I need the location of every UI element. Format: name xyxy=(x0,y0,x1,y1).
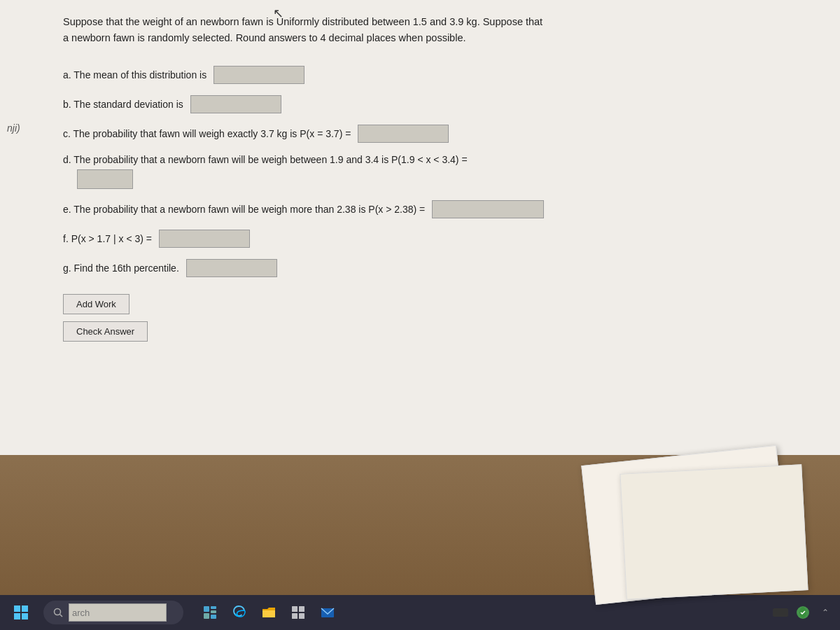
explorer-icon xyxy=(261,605,276,620)
part-b-label: b. The standard deviation is xyxy=(63,99,183,110)
part-d-wrapper: d. The probability that a newborn fawn w… xyxy=(63,154,819,189)
part-a-label: a. The mean of this distribution is xyxy=(63,69,206,80)
part-c-row: c. The probability that fawn will weigh … xyxy=(63,125,819,143)
windows-taskbar: DELL ⌃ xyxy=(0,595,840,630)
intro-line1: Suppose that the weight of an newborn fa… xyxy=(63,16,542,27)
widgets-icon-btn[interactable] xyxy=(199,601,221,624)
part-d-input[interactable] xyxy=(77,169,133,189)
svg-rect-3 xyxy=(22,613,28,620)
part-g-row: g. Find the 16th percentile. xyxy=(63,259,819,277)
svg-rect-9 xyxy=(204,613,209,619)
intro-text: Suppose that the weight of an newborn fa… xyxy=(63,14,637,46)
svg-rect-13 xyxy=(292,613,298,619)
svg-point-4 xyxy=(55,609,61,615)
svg-rect-14 xyxy=(299,613,304,619)
svg-line-5 xyxy=(60,615,63,617)
mail-icon xyxy=(320,605,335,620)
grid-icon-btn[interactable] xyxy=(287,601,309,624)
part-c-input[interactable] xyxy=(358,125,449,143)
buttons-area: Add Work Check Answer xyxy=(63,294,819,342)
part-f-label: f. P(x > 1.7 | x < 3) = xyxy=(63,233,152,244)
svg-rect-10 xyxy=(211,615,216,619)
svg-rect-0 xyxy=(14,606,20,612)
margin-label: nji) xyxy=(7,122,20,134)
security-icon-btn[interactable] xyxy=(795,605,811,620)
security-icon xyxy=(795,605,811,620)
grid-icon xyxy=(290,605,306,620)
svg-rect-1 xyxy=(22,606,28,612)
svg-rect-12 xyxy=(299,606,304,612)
part-g-label: g. Find the 16th percentile. xyxy=(63,262,179,274)
check-answer-button[interactable]: Check Answer xyxy=(63,321,148,342)
widgets-icon xyxy=(202,605,218,620)
svg-rect-6 xyxy=(204,606,209,612)
paper-corner-2 xyxy=(620,464,808,599)
svg-rect-16 xyxy=(773,608,788,617)
svg-rect-8 xyxy=(211,610,216,613)
part-e-input[interactable] xyxy=(432,200,544,218)
part-g-input[interactable] xyxy=(186,259,277,277)
part-b-row: b. The standard deviation is xyxy=(63,95,819,113)
part-f-input[interactable] xyxy=(159,230,250,248)
part-b-input[interactable] xyxy=(190,95,281,113)
taskbar-icons xyxy=(199,601,339,624)
part-c-label: c. The probability that fawn will weigh … xyxy=(63,128,351,139)
edge-icon-btn[interactable] xyxy=(228,601,251,624)
svg-rect-11 xyxy=(292,606,298,612)
svg-rect-7 xyxy=(211,606,216,609)
dell-icon[interactable]: DELL xyxy=(773,605,788,620)
svg-rect-2 xyxy=(14,613,20,620)
system-tray: DELL ⌃ xyxy=(773,605,833,620)
part-a-row: a. The mean of this distribution is xyxy=(63,66,819,84)
part-d-label: d. The probability that a newborn fawn w… xyxy=(63,154,819,165)
add-work-button[interactable]: Add Work xyxy=(63,294,130,314)
intro-line2: a newborn fawn is randomly selected. Rou… xyxy=(63,32,465,43)
search-icon xyxy=(53,608,63,617)
mail-icon-btn[interactable] xyxy=(316,601,339,624)
windows-search-input[interactable] xyxy=(69,603,167,622)
part-a-input[interactable] xyxy=(214,66,304,84)
search-bar[interactable] xyxy=(43,601,183,624)
tray-expand-btn[interactable]: ⌃ xyxy=(818,605,833,620)
edge-icon xyxy=(232,605,247,620)
part-e-label: e. The probability that a newborn fawn w… xyxy=(63,204,425,215)
windows-start-button[interactable] xyxy=(7,598,35,626)
part-e-row: e. The probability that a newborn fawn w… xyxy=(63,200,819,218)
explorer-icon-btn[interactable] xyxy=(258,601,280,624)
part-f-row: f. P(x > 1.7 | x < 3) = xyxy=(63,230,819,248)
part-d-input-block xyxy=(77,169,819,189)
